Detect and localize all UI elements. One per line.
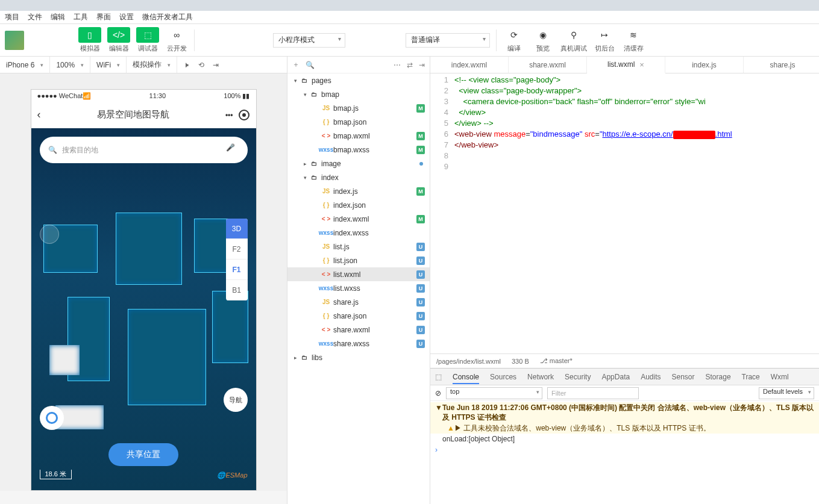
tab-network[interactable]: Network bbox=[527, 373, 554, 381]
mute-icon[interactable]: 🕨 bbox=[182, 60, 192, 70]
tab-appdata[interactable]: AppData bbox=[601, 373, 630, 381]
file-bmap-js[interactable]: JSbmap.jsM bbox=[287, 101, 430, 115]
file-index-json[interactable]: { }index.json bbox=[287, 198, 430, 212]
tab-list-wxml[interactable]: list.wxml× bbox=[587, 57, 665, 73]
tab-security[interactable]: Security bbox=[565, 373, 591, 381]
tab-share-js[interactable]: share.js bbox=[744, 57, 819, 73]
floor-3d[interactable]: 3D bbox=[226, 219, 248, 239]
file-share-json[interactable]: { }share.jsonU bbox=[287, 309, 430, 323]
file-bmap-json[interactable]: { }bmap.json bbox=[287, 115, 430, 129]
more-icon[interactable]: ••• bbox=[225, 111, 233, 119]
dock-icon[interactable]: ⇥ bbox=[211, 60, 221, 70]
floor-f1[interactable]: F1 bbox=[226, 260, 248, 280]
file-list-wxss[interactable]: wxsslist.wxssU bbox=[287, 281, 430, 295]
context-select[interactable]: top bbox=[446, 387, 542, 399]
tree-more-icon[interactable]: ⋯ bbox=[394, 61, 401, 69]
share-location-button[interactable]: 共享位置 bbox=[108, 443, 178, 466]
file-bmap-wxml[interactable]: < >bmap.wxmlM bbox=[287, 129, 430, 143]
menu-settings[interactable]: 设置 bbox=[119, 12, 134, 22]
inspect-icon[interactable]: ⬚ bbox=[435, 373, 442, 381]
file-index-wxml[interactable]: < >index.wxmlM bbox=[287, 212, 430, 226]
tab-audits[interactable]: Audits bbox=[641, 373, 661, 381]
code-editor[interactable]: 123456789 <!-- <view class="page-body"> … bbox=[430, 73, 819, 353]
folder-image[interactable]: ▸🗀image bbox=[287, 157, 430, 170]
navigate-button[interactable]: 导航 bbox=[224, 388, 248, 412]
floor-b1[interactable]: B1 bbox=[226, 280, 248, 300]
close-icon[interactable]: × bbox=[639, 60, 644, 69]
clear-cache-button[interactable]: ≋ 清缓存 bbox=[622, 27, 645, 53]
tree-collapse-icon[interactable]: ⇥ bbox=[419, 61, 425, 69]
folder-index[interactable]: ▾🗀index bbox=[287, 170, 430, 184]
js-icon: JS bbox=[321, 104, 331, 113]
background-button[interactable]: ↦ 切后台 bbox=[593, 27, 616, 53]
console-output[interactable]: ▼Tue Jun 18 2019 11:27:06 GMT+0800 (中国标准… bbox=[430, 401, 819, 504]
file-list-js[interactable]: JSlist.jsU bbox=[287, 240, 430, 254]
tree-settings-icon[interactable]: ⇄ bbox=[407, 61, 413, 69]
simulator-panel: ●●●●● WeChat📶 11:30 100% ▮▮ ‹ 易景空间地图导航 •… bbox=[0, 73, 287, 491]
log-levels-select[interactable]: Default levels bbox=[759, 387, 814, 399]
remote-debug-button[interactable]: ⚲ 真机调试 bbox=[560, 27, 587, 53]
file-bmap-wxss[interactable]: wxssbmap.wxssM bbox=[287, 143, 430, 157]
folder-bmap[interactable]: ▾🗀bmap bbox=[287, 87, 430, 101]
file-share-wxml[interactable]: < >share.wxmlU bbox=[287, 323, 430, 337]
locate-button[interactable] bbox=[40, 406, 64, 430]
carrier-label: ●●●●● WeChat📶 bbox=[37, 92, 92, 100]
folder-pages[interactable]: ▾🗀pages bbox=[287, 73, 430, 87]
file-share-js[interactable]: JSshare.jsU bbox=[287, 295, 430, 309]
menu-interface[interactable]: 界面 bbox=[96, 12, 111, 22]
compile-select[interactable]: 普通编译 bbox=[406, 33, 490, 48]
tab-index-js[interactable]: index.js bbox=[665, 57, 744, 73]
debugger-button[interactable]: ⬚ 调试器 bbox=[136, 27, 159, 53]
floor-f2[interactable]: F2 bbox=[226, 239, 248, 260]
device-select[interactable]: iPhone 6 bbox=[0, 57, 50, 73]
new-file-icon[interactable]: ＋ bbox=[292, 60, 300, 70]
code-content[interactable]: <!-- <view class="page-body"> <view clas… bbox=[454, 73, 819, 353]
tab-share-wxml[interactable]: share.wxml bbox=[509, 57, 587, 73]
editor-button[interactable]: </> 编辑器 bbox=[107, 27, 130, 53]
project-logo[interactable] bbox=[5, 31, 24, 50]
mode-select[interactable]: 小程序模式 bbox=[273, 33, 345, 48]
console-prompt[interactable]: › bbox=[430, 444, 819, 455]
map-view[interactable]: 🔍 搜索目的地 🎤 3D F2 F1 B1 导航 bbox=[31, 128, 256, 490]
clear-console-icon[interactable]: ⊘ bbox=[435, 389, 441, 397]
tab-sources[interactable]: Sources bbox=[490, 373, 516, 381]
rotate-icon[interactable]: ⟲ bbox=[196, 60, 206, 70]
back-icon[interactable]: ‹ bbox=[37, 108, 41, 121]
folder-libs[interactable]: ▸🗀libs bbox=[287, 350, 430, 364]
file-list-json[interactable]: { }list.jsonU bbox=[287, 254, 430, 267]
phone-status-bar: ●●●●● WeChat📶 11:30 100% ▮▮ bbox=[31, 90, 256, 102]
simulator-button[interactable]: ▯ 模拟器 bbox=[78, 27, 101, 53]
log-filter-input[interactable] bbox=[547, 387, 639, 399]
git-branch[interactable]: master* bbox=[540, 357, 573, 365]
cloud-button[interactable]: ∞ 云开发 bbox=[165, 27, 188, 53]
tab-index-wxml[interactable]: index.wxml bbox=[430, 57, 509, 73]
compile-button[interactable]: ⟳ 编译 bbox=[503, 27, 526, 53]
search-file-icon[interactable]: 🔍 bbox=[306, 61, 315, 69]
file-list-wxml[interactable]: < >list.wxmlU bbox=[287, 267, 430, 281]
menu-project[interactable]: 项目 bbox=[5, 12, 19, 22]
wxss-icon: wxss bbox=[321, 146, 331, 154]
capsule-close-icon[interactable] bbox=[239, 110, 249, 120]
preview-button[interactable]: ◉ 预览 bbox=[532, 27, 554, 53]
menu-wechat-devtools[interactable]: 微信开发者工具 bbox=[142, 12, 193, 22]
tab-sensor[interactable]: Sensor bbox=[672, 373, 695, 381]
zoom-select[interactable]: 100% bbox=[50, 57, 90, 73]
tab-console[interactable]: Console bbox=[453, 373, 479, 384]
tab-trace[interactable]: Trace bbox=[742, 373, 760, 381]
compass-icon[interactable] bbox=[40, 225, 59, 244]
menu-file[interactable]: 文件 bbox=[28, 12, 42, 22]
scale-label: 18.6 米 bbox=[40, 470, 72, 479]
file-index-js[interactable]: JSindex.jsM bbox=[287, 184, 430, 198]
tab-wxml[interactable]: Wxml bbox=[771, 373, 789, 381]
file-index-wxss[interactable]: wxssindex.wxss bbox=[287, 226, 430, 240]
network-select[interactable]: WiFi bbox=[90, 57, 127, 73]
menu-edit[interactable]: 编辑 bbox=[51, 12, 65, 22]
search-bar[interactable]: 🔍 搜索目的地 🎤 bbox=[40, 137, 248, 163]
file-share-wxss[interactable]: wxssshare.wxssU bbox=[287, 337, 430, 350]
tab-storage[interactable]: Storage bbox=[706, 373, 731, 381]
sim-action-select[interactable]: 模拟操作 bbox=[127, 57, 177, 73]
line-gutter: 123456789 bbox=[430, 73, 454, 353]
mic-icon[interactable]: 🎤 bbox=[226, 143, 239, 157]
wxml-icon: < > bbox=[321, 132, 331, 140]
menu-tools[interactable]: 工具 bbox=[74, 12, 88, 22]
